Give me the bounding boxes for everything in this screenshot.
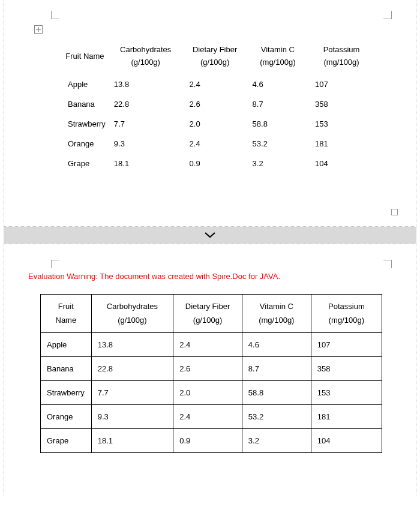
- table-row: Grape18.10.93.2104: [41, 429, 382, 453]
- cell: 153: [311, 381, 382, 405]
- cell: 2.4: [184, 134, 247, 154]
- cell: 181: [309, 134, 374, 154]
- cell: 181: [311, 405, 382, 429]
- nutrition-table-bordered: Fruit Name Carbohydrates (g/100g) Dietar…: [40, 294, 382, 453]
- table-row: Banana22.82.68.7358: [41, 357, 382, 381]
- col-header: Carbohydrates (g/100g): [91, 295, 173, 333]
- cell: 358: [311, 357, 382, 381]
- cell: Strawberry: [41, 381, 92, 405]
- cell: 3.2: [247, 154, 309, 173]
- cell: 104: [309, 154, 374, 173]
- nutrition-table-noborder: Fruit Name Carbohydrates (g/100g) Dietar…: [62, 38, 374, 173]
- cell: Grape: [41, 429, 92, 453]
- cell: 358: [309, 94, 374, 114]
- col-header: Fruit Name: [41, 295, 92, 333]
- crop-mark-tl: [51, 11, 59, 19]
- cell: 153: [309, 114, 374, 134]
- page-1-preview: Fruit Name Carbohydrates (g/100g) Dietar…: [4, 0, 416, 227]
- cell: 53.2: [247, 134, 309, 154]
- cell: 8.7: [242, 357, 311, 381]
- cell: 4.6: [242, 333, 311, 357]
- tbody-1: Apple13.82.44.6107Banana22.82.68.7358Str…: [62, 74, 374, 173]
- cell: 58.8: [242, 381, 311, 405]
- cell: Banana: [41, 357, 92, 381]
- cell: 13.8: [108, 74, 184, 94]
- table-header-row: Fruit Name Carbohydrates (g/100g) Dietar…: [41, 295, 382, 333]
- col-header: Carbohydrates (g/100g): [108, 38, 184, 74]
- cell: 8.7: [247, 94, 309, 114]
- cell: 2.0: [184, 114, 247, 134]
- col-header: Potassium (mg/100g): [311, 295, 382, 333]
- cell: 3.2: [242, 429, 311, 453]
- cell: 0.9: [184, 154, 247, 173]
- crop-mark-tr: [383, 260, 392, 268]
- cell: 2.0: [173, 381, 242, 405]
- table-row: Banana22.82.68.7358: [62, 94, 374, 114]
- table-anchor-icon[interactable]: [34, 25, 43, 34]
- cell: Orange: [62, 134, 108, 154]
- cell: Banana: [62, 94, 108, 114]
- cell: Apple: [62, 74, 108, 94]
- cell: Strawberry: [62, 114, 108, 134]
- cell: 2.6: [173, 357, 242, 381]
- cell: 2.4: [184, 74, 247, 94]
- col-header: Dietary Fiber (g/100g): [184, 38, 247, 74]
- table-row: Grape18.10.93.2104: [62, 154, 374, 173]
- table-row: Apple13.82.44.6107: [62, 74, 374, 94]
- col-header: Vitamin C (mg/100g): [242, 295, 311, 333]
- col-header: Potassium (mg/100g): [309, 38, 374, 74]
- col-header: Fruit Name: [62, 38, 108, 74]
- cell: 9.3: [108, 134, 184, 154]
- cell: 58.8: [247, 114, 309, 134]
- table-header-row: Fruit Name Carbohydrates (g/100g) Dietar…: [62, 38, 374, 74]
- cell: 53.2: [242, 405, 311, 429]
- cell: 18.1: [91, 429, 173, 453]
- tbody-2: Apple13.82.44.6107Banana22.82.68.7358Str…: [41, 333, 382, 453]
- table-row: Strawberry7.72.058.8153: [41, 381, 382, 405]
- col-header: Vitamin C (mg/100g): [247, 38, 309, 74]
- cell: 7.7: [108, 114, 184, 134]
- cell: 2.4: [173, 405, 242, 429]
- cell: Orange: [41, 405, 92, 429]
- cell: 104: [311, 429, 382, 453]
- col-header: Dietary Fiber (g/100g): [173, 295, 242, 333]
- cell: 22.8: [91, 357, 173, 381]
- page-gap-expand[interactable]: [4, 227, 416, 244]
- cell: 107: [309, 74, 374, 94]
- page-2-preview: Evaluation Warning: The document was cre…: [4, 244, 416, 496]
- cell: 4.6: [247, 74, 309, 94]
- cell: 18.1: [108, 154, 184, 173]
- cell: 0.9: [173, 429, 242, 453]
- cell: 7.7: [91, 381, 173, 405]
- cell: Grape: [62, 154, 108, 173]
- chevron-down-icon: [203, 231, 217, 239]
- table-row: Strawberry7.72.058.8153: [62, 114, 374, 134]
- table-row: Apple13.82.44.6107: [41, 333, 382, 357]
- cell: 13.8: [91, 333, 173, 357]
- crop-mark-tr: [383, 11, 392, 19]
- end-of-cell-mark: [391, 209, 398, 215]
- cell: 2.6: [184, 94, 247, 114]
- cell: 107: [311, 333, 382, 357]
- table-row: Orange9.32.453.2181: [62, 134, 374, 154]
- table-row: Orange9.32.453.2181: [41, 405, 382, 429]
- cell: 9.3: [91, 405, 173, 429]
- cell: Apple: [41, 333, 92, 357]
- evaluation-warning: Evaluation Warning: The document was cre…: [28, 272, 392, 281]
- cell: 22.8: [108, 94, 184, 114]
- crop-mark-tl: [51, 260, 59, 268]
- cell: 2.4: [173, 333, 242, 357]
